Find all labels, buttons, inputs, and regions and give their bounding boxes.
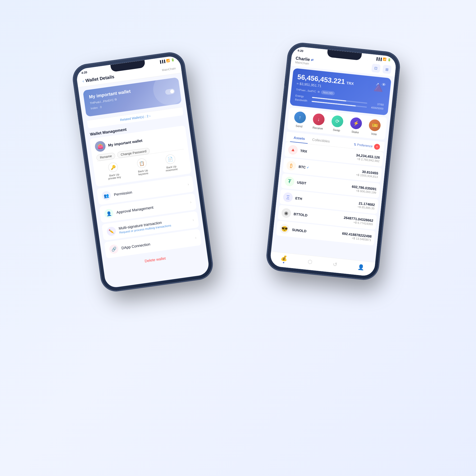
nav-discover-icon: ⬡ [308, 258, 313, 265]
user-info: Charlie ⇄ MainChain [295, 56, 314, 66]
wifi-icon: 📶 [166, 59, 170, 63]
left-screen: 4:20 ▐▐▐ 📶 🔋 ‹ Wallet Details MainChain … [76, 55, 210, 289]
sunold-name: SUNOLD [292, 228, 342, 237]
approval-icon: 👤 [104, 208, 114, 218]
nav-active-dot [283, 262, 284, 263]
nav-assets-icon: 💰 [281, 255, 288, 262]
right-vol-down[interactable] [283, 88, 285, 100]
left-phone: 4:20 ▐▐▐ 📶 🔋 ‹ Wallet Details MainChain … [72, 52, 214, 292]
bttold-name: BTTOLD [294, 212, 344, 221]
backup-private-key-label: Back Upprivate key [108, 173, 121, 180]
vote-action[interactable]: 🎫 Vote [368, 119, 381, 136]
right-power[interactable] [395, 91, 397, 108]
keystore-icon: 📋 [136, 158, 147, 169]
wallet-avatar: 👛 [94, 140, 106, 152]
approval-text: Approval Management [116, 200, 187, 214]
bandwidth-label: Bandwidth [295, 98, 310, 103]
header-chain: MainChain [162, 67, 176, 72]
battery-icon-right: 🔋 [387, 58, 391, 62]
dapp-text: DApp Connection [121, 236, 192, 250]
btc-verified-badge: ✓ [306, 166, 309, 169]
back-button[interactable]: ‹ [82, 79, 84, 84]
time-left: 4:20 [81, 70, 87, 74]
vote-label: Vote [371, 132, 377, 136]
preference-button[interactable]: ⇅ Preference [354, 142, 373, 148]
header-action-buttons: ⊡ ⊞ [371, 63, 392, 74]
copy-icon-left[interactable]: ⧉ [115, 98, 117, 101]
usdt-values: 602,786.035091 ≈$ 606,000.199 [351, 184, 377, 194]
volume-down-button[interactable] [77, 113, 80, 125]
permission-text: Permission [114, 183, 185, 197]
receive-label: Receive [312, 126, 323, 130]
volume-up-button[interactable] [75, 98, 78, 110]
send-action[interactable]: ↑ Send [293, 111, 306, 128]
bandwidth-value: 4000/5000 [369, 106, 384, 110]
scan-button[interactable]: ⊡ [371, 63, 381, 73]
btc-icon: ₿ [286, 161, 297, 171]
permission-label: Permission [114, 183, 185, 197]
add-asset-button[interactable]: + [374, 143, 380, 150]
battery-icon: 🔋 [171, 58, 175, 62]
btc-name: BTC ✓ [298, 164, 356, 175]
nav-assets[interactable]: 💰 [280, 255, 288, 263]
time-right: 4:20 [298, 49, 304, 52]
multisig-arrow: › [192, 218, 194, 222]
receive-action[interactable]: ↓ Receive [312, 113, 325, 130]
backup-keystore[interactable]: 📋 Back Upkeystore [136, 158, 148, 176]
assets-list: 🔺 TRX 34,234,453.126 ≈$ 2,760,842,982 ₿ … [273, 141, 387, 246]
energy-label: Energy [295, 94, 310, 99]
nav-history[interactable]: ↺ [332, 261, 337, 268]
wifi-icon-right: 📶 [383, 58, 387, 61]
switch-wallet-icon[interactable]: ⇄ [311, 58, 314, 62]
send-icon: ↑ [294, 111, 306, 124]
permission-arrow: › [187, 182, 189, 186]
energy-value: 37/60 [369, 102, 384, 106]
trx-name: TRX [300, 149, 356, 158]
dapp-label: DApp Connection [121, 236, 192, 250]
eth-name: ETH [295, 196, 358, 207]
backup-mnemonic-label: Back Upmnemonic [165, 165, 178, 172]
status-icons-left: ▐▐▐ 📶 🔋 [159, 58, 175, 63]
nav-history-icon: ↺ [332, 261, 337, 268]
sunold-values: 692.418878222498 ≈$ 13.5483871 [342, 231, 372, 242]
signal-icon: ▐▐▐ [159, 59, 165, 63]
signal-icon-right: ▐▐▐ [376, 57, 382, 61]
preference-label: Preference [357, 143, 373, 148]
bottom-navigation: 💰 ⬡ ↺ 👤 [269, 251, 375, 277]
toggle-switch[interactable] [165, 88, 175, 95]
swap-label: Swap [333, 128, 340, 132]
tron-logo-decoration: 🔺 [369, 78, 388, 97]
send-label: Send [295, 124, 303, 128]
qr-button[interactable]: ⊞ [382, 65, 392, 74]
nav-profile-icon: 👤 [358, 264, 365, 271]
eth-icon: Ξ [283, 192, 293, 203]
dapp-arrow: › [195, 235, 197, 240]
stake-label: Stake [351, 130, 359, 134]
usdt-name: USDT [297, 180, 352, 190]
page-title: Wallet Details [85, 74, 115, 84]
power-button[interactable] [187, 88, 191, 105]
backup-mnemonic[interactable]: 📄 Back Upmnemonic [164, 154, 178, 172]
nav-discover[interactable]: ⬡ [308, 258, 313, 265]
backup-private-key[interactable]: 🔑 Back Upprivate key [106, 162, 121, 180]
copy-icon-right[interactable]: ⧉ [318, 90, 320, 94]
multisig-icon: ✏️ [106, 226, 116, 236]
swap-icon: ⟳ [331, 115, 344, 128]
trx-icon: 🔺 [288, 145, 298, 155]
stake-action[interactable]: ⚡ Stake [349, 117, 363, 134]
balance-card: 👁 ↗ 56,456,453.221 TRX ≈ $3,951,951.71 T… [290, 68, 391, 115]
permission-icon: 👥 [101, 191, 111, 201]
non-hd-badge: Non-HD [321, 90, 335, 95]
trx-values: 34,234,453.126 ≈$ 2,760,842,982 [356, 153, 380, 162]
vote-icon: 🎫 [368, 119, 381, 132]
bttold-values: 2648771.04328662 ≈$ 6.77419355 [343, 216, 373, 226]
nav-profile[interactable]: 👤 [358, 264, 365, 271]
status-icons-right: ▐▐▐ 📶 🔋 [375, 57, 391, 62]
eth-values: 21.174682 ≈$ 85,885.35 [358, 201, 375, 210]
tab-assets[interactable]: Assets [290, 133, 309, 144]
bttold-icon: ◉ [281, 208, 292, 218]
mnemonic-icon: 📄 [165, 154, 176, 165]
right-vol-up[interactable] [284, 74, 287, 86]
swap-action[interactable]: ⟳ Swap [331, 115, 344, 132]
approval-label: Approval Management [116, 200, 187, 214]
